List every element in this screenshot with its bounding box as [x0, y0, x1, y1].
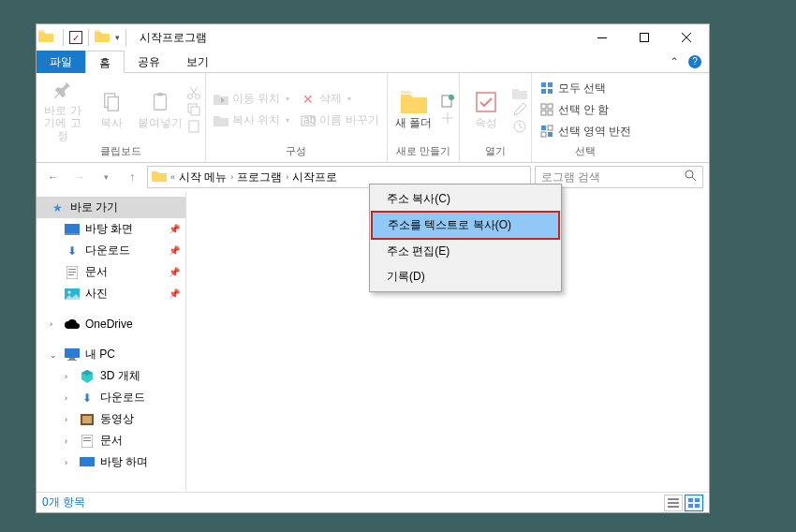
select-none-icon: [539, 102, 554, 117]
organize-group-label: 구성: [210, 144, 383, 160]
cube-icon: [80, 369, 95, 384]
copy-to-button[interactable]: 복사 위치▾: [210, 111, 293, 130]
select-all-icon: [539, 81, 554, 96]
select-none-button[interactable]: 선택 안 함: [536, 100, 636, 120]
sidebar-item-desktop-pc[interactable]: › 바탕 하며: [37, 451, 185, 473]
folder-icon: [95, 30, 110, 45]
breadcrumb-item[interactable]: 시작 메뉴›: [179, 170, 233, 185]
delete-button[interactable]: ✕ 삭제▾: [297, 89, 382, 109]
svg-rect-26: [548, 126, 553, 130]
sidebar-item-3d-objects[interactable]: › 3D 개체: [37, 365, 185, 387]
svg-rect-38: [65, 348, 80, 358]
download-icon: ⬇: [65, 244, 80, 259]
svg-rect-4: [155, 95, 167, 111]
sidebar-item-downloads-pc[interactable]: › ⬇ 다운로드: [37, 387, 185, 408]
clipboard-group-label: 클립보드: [40, 144, 201, 160]
copy-button[interactable]: 복사: [89, 76, 134, 143]
pin-icon: [50, 77, 76, 103]
search-icon: [685, 170, 697, 185]
svg-rect-0: [597, 37, 607, 38]
svg-rect-9: [191, 107, 199, 115]
paste-button[interactable]: 붙여넣기: [138, 76, 183, 143]
svg-point-29: [685, 170, 693, 178]
delete-icon: ✕: [301, 92, 316, 107]
svg-rect-48: [668, 502, 679, 504]
copy-path-icon[interactable]: [186, 102, 201, 117]
properties-button[interactable]: 속성: [464, 76, 509, 143]
breadcrumb-item[interactable]: 프로그램›: [237, 170, 288, 185]
tab-view[interactable]: 보기: [173, 51, 222, 73]
svg-rect-52: [688, 504, 693, 508]
tab-file[interactable]: 파일: [37, 51, 85, 73]
rename-icon: ab: [301, 113, 316, 128]
navigation-pane: ★ 바로 가기 바탕 화면 📌 ⬇ 다운로드 📌 문서 📌 사진 �: [37, 191, 186, 492]
paste-shortcut-icon[interactable]: [186, 119, 201, 134]
breadcrumb-item[interactable]: 시작프로: [292, 170, 337, 185]
sidebar-item-this-pc[interactable]: ⌄ 내 PC: [37, 344, 185, 365]
maximize-button[interactable]: [623, 24, 665, 51]
sidebar-item-documents-pc[interactable]: › 문서: [37, 430, 185, 451]
qat-checkbox-icon[interactable]: ✓: [69, 31, 82, 44]
sidebar-item-documents[interactable]: 문서 📌: [37, 261, 185, 283]
nav-back-button[interactable]: ←: [42, 166, 65, 188]
sidebar-item-onedrive[interactable]: › OneDrive: [37, 314, 185, 334]
pin-quick-access-button[interactable]: 바로 가기에 고정: [40, 76, 85, 143]
svg-rect-3: [108, 97, 118, 111]
svg-rect-19: [541, 89, 546, 94]
sidebar-item-desktop[interactable]: 바탕 화면 📌: [37, 218, 185, 240]
minimize-button[interactable]: [581, 24, 623, 51]
onedrive-icon: [65, 317, 80, 332]
svg-rect-33: [68, 269, 76, 270]
nav-recent-button[interactable]: ▾: [95, 166, 117, 188]
close-button[interactable]: [665, 24, 707, 51]
help-icon[interactable]: ?: [688, 55, 701, 68]
svg-rect-31: [65, 233, 80, 235]
select-all-button[interactable]: 모두 선택: [536, 79, 636, 98]
move-to-button[interactable]: 이동 위치▾: [210, 89, 293, 109]
svg-rect-40: [67, 360, 77, 361]
nav-forward-button[interactable]: →: [68, 166, 91, 188]
select-group-label: 선택: [536, 144, 636, 160]
history-icon[interactable]: [512, 119, 527, 134]
sidebar-item-videos[interactable]: › 동영상: [37, 408, 185, 430]
new-group-label: 새로 만들기: [391, 144, 455, 160]
tab-home[interactable]: 홈: [85, 51, 125, 73]
svg-rect-53: [695, 504, 700, 508]
tab-share[interactable]: 공유: [125, 51, 173, 73]
easy-access-icon[interactable]: [440, 111, 455, 126]
expand-icon[interactable]: ›: [50, 319, 59, 329]
menu-copy-address[interactable]: 주소 복사(C): [372, 186, 559, 212]
svg-point-37: [68, 290, 71, 293]
cut-icon[interactable]: [186, 85, 201, 100]
svg-rect-34: [68, 272, 76, 273]
svg-rect-21: [541, 104, 546, 109]
svg-rect-1: [640, 34, 648, 42]
edit-icon[interactable]: [512, 102, 527, 117]
collapse-ribbon-icon[interactable]: ⌃: [670, 55, 679, 68]
sidebar-item-pictures[interactable]: 사진 📌: [37, 283, 185, 304]
svg-point-7: [196, 95, 200, 99]
new-item-icon[interactable]: [440, 94, 455, 109]
pin-icon: 📌: [169, 224, 180, 234]
copy-icon: [98, 89, 125, 115]
rename-button[interactable]: ab 이름 바꾸기: [297, 111, 382, 130]
svg-rect-44: [83, 437, 91, 438]
svg-rect-24: [548, 111, 553, 115]
nav-up-button[interactable]: ↑: [121, 166, 143, 188]
sidebar-item-quick-access[interactable]: ★ 바로 가기: [37, 197, 185, 218]
expand-icon[interactable]: ⌄: [50, 350, 59, 360]
svg-rect-45: [83, 440, 91, 441]
details-view-button[interactable]: [664, 495, 683, 511]
sidebar-item-downloads[interactable]: ⬇ 다운로드 📌: [37, 240, 185, 261]
statusbar: 0개 항목: [37, 492, 709, 512]
menu-copy-address-as-text[interactable]: 주소를 텍스트로 복사(O): [371, 211, 560, 240]
open-icon[interactable]: [512, 85, 527, 100]
menu-history[interactable]: 기록(D): [372, 264, 559, 289]
invert-selection-button[interactable]: 선택 영역 반전: [536, 122, 636, 141]
menu-edit-address[interactable]: 주소 편집(E): [372, 239, 559, 264]
video-icon: [80, 412, 95, 427]
new-folder-button[interactable]: 새 폴더: [391, 76, 436, 143]
icons-view-button[interactable]: [685, 495, 703, 511]
document-icon: [80, 434, 95, 449]
svg-rect-49: [668, 506, 679, 508]
